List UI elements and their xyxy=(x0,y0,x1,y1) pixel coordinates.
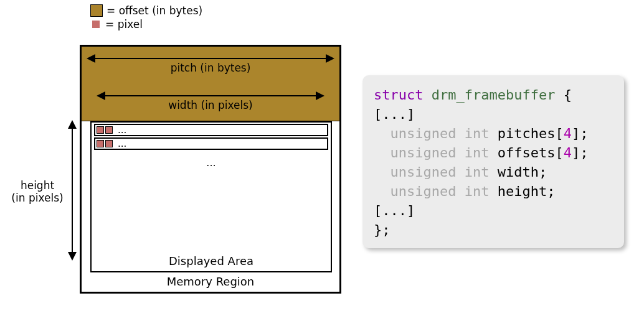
height-arrow-icon xyxy=(72,121,73,259)
pixel-icon xyxy=(105,126,113,134)
memory-region-box: pitch (in bytes) width (in pixels) ... .… xyxy=(80,45,341,294)
width-arrow-icon: width (in pixels) xyxy=(98,95,323,96)
height-label-line1: height xyxy=(21,179,54,192)
legend-pixel-label: = pixel xyxy=(105,17,143,31)
code-semicolon: ; xyxy=(580,126,588,141)
pitch-label: pitch (in bytes) xyxy=(88,62,333,74)
legend-offset-label: = offset (in bytes) xyxy=(107,4,202,17)
code-field-height: height xyxy=(498,183,547,199)
code-array-dim: 4 xyxy=(564,126,572,141)
pitch-arrow-icon: pitch (in bytes) xyxy=(88,58,333,59)
code-keyword-struct: struct xyxy=(374,87,423,103)
code-ellipsis: [...] xyxy=(374,106,415,122)
code-type: unsigned int xyxy=(391,164,490,180)
displayed-area-box: ... ... ... Displayed Area xyxy=(90,121,332,272)
code-close-brace: }; xyxy=(374,222,391,238)
pixel-icon xyxy=(97,126,104,134)
displayed-area-dots: ... xyxy=(92,157,331,169)
legend-offset-row: = offset (in bytes) xyxy=(90,4,202,17)
code-semicolon: ; xyxy=(580,145,588,160)
height-label-line2: (in pixels) xyxy=(11,192,63,204)
code-type: unsigned int xyxy=(391,126,490,141)
offset-band: pitch (in bytes) width (in pixels) xyxy=(82,47,339,121)
legend-pixel-row: = pixel xyxy=(90,17,202,31)
code-semicolon: ; xyxy=(547,183,555,199)
code-panel: struct drm_framebuffer { [...] unsigned … xyxy=(362,75,624,248)
code-field-width: width xyxy=(498,164,539,180)
code-type: unsigned int xyxy=(391,145,490,160)
code-array-dim: 4 xyxy=(564,145,572,160)
scanline-row: ... xyxy=(94,137,328,150)
code-semicolon: ; xyxy=(539,164,547,180)
diagram-canvas: = offset (in bytes) = pixel height (in p… xyxy=(0,0,644,311)
displayed-area-label: Displayed Area xyxy=(92,254,331,267)
scanline-dots: ... xyxy=(118,140,126,147)
memory-region-label: Memory Region xyxy=(82,275,339,288)
offset-swatch-icon xyxy=(90,4,103,17)
pixel-icon xyxy=(105,140,113,147)
code-open-brace: { xyxy=(564,87,572,103)
pixel-swatch-icon xyxy=(92,21,100,28)
code-ellipsis: [...] xyxy=(374,203,415,218)
pixel-icon xyxy=(97,140,104,147)
scanline-dots: ... xyxy=(118,126,126,134)
code-field-offsets: offsets xyxy=(498,145,556,160)
scanline-row: ... xyxy=(94,124,328,136)
height-label: height (in pixels) xyxy=(6,179,69,204)
code-type: unsigned int xyxy=(391,183,490,199)
code-struct-name: drm_framebuffer xyxy=(432,87,556,103)
width-label: width (in pixels) xyxy=(98,99,323,111)
legend: = offset (in bytes) = pixel xyxy=(90,4,202,31)
code-field-pitches: pitches xyxy=(498,126,556,141)
